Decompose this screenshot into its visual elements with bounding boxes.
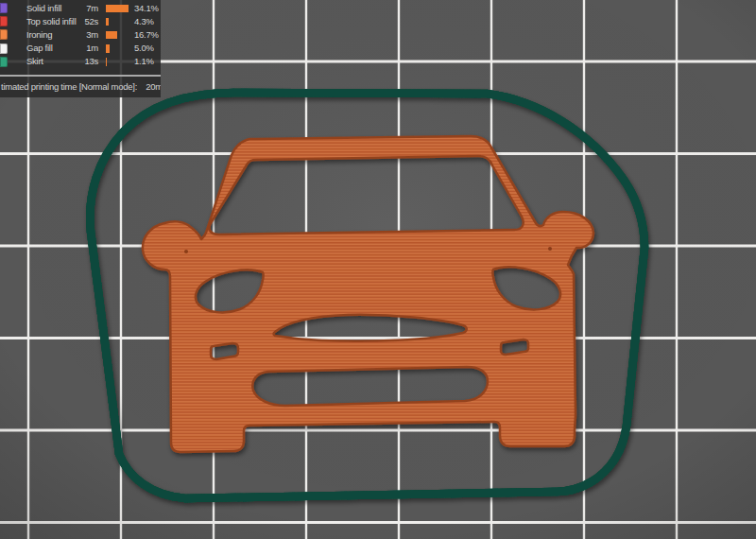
feature-time: 1m xyxy=(57,42,98,55)
feature-percent: 4.3% xyxy=(134,15,161,28)
legend-row[interactable]: Ironing3m16.7% xyxy=(0,28,161,42)
legend-panel: Solid infill7m34.1%Top solid infill52s4.… xyxy=(0,0,161,97)
legend-row[interactable]: Solid infill7m34.1% xyxy=(0,2,161,15)
feature-percent-bar xyxy=(106,18,109,26)
legend-feature-list: Solid infill7m34.1%Top solid infill52s4.… xyxy=(0,0,161,75)
feature-time: 7m xyxy=(57,2,98,15)
feature-percent: 16.7% xyxy=(134,28,161,42)
feature-percent-bar xyxy=(106,44,110,53)
feature-percent-bar xyxy=(106,58,107,66)
print-time-value: 20m xyxy=(146,81,161,92)
feature-label: Gap fill xyxy=(26,42,53,55)
ironing-color-swatch xyxy=(0,29,8,40)
feature-label: Skirt xyxy=(26,55,43,68)
slicer-preview-window: Solid infill7m34.1%Top solid infill52s4.… xyxy=(0,0,756,539)
feature-percent: 34.1% xyxy=(134,2,161,15)
feature-time: 3m xyxy=(57,28,98,42)
legend-row[interactable]: Gap fill1m5.0% xyxy=(0,42,161,55)
skirt-color-swatch xyxy=(0,57,8,67)
feature-percent: 1.1% xyxy=(134,55,161,68)
top-solid-infill-color-swatch xyxy=(0,16,8,26)
legend-row[interactable]: Skirt13s1.1% xyxy=(0,55,161,68)
gap-fill-color-swatch xyxy=(0,43,8,54)
feature-percent-bar xyxy=(106,5,129,13)
feature-time: 52s xyxy=(57,15,98,28)
legend-row[interactable]: Top solid infill52s4.3% xyxy=(0,15,161,28)
seam-dot-left xyxy=(184,250,188,253)
feature-label: Ironing xyxy=(26,28,52,42)
print-time-panel: timated printing time [Normal mode]: 20m xyxy=(0,77,161,97)
feature-percent: 5.0% xyxy=(134,42,161,55)
seam-dot-right xyxy=(548,247,552,251)
solid-infill-color-swatch xyxy=(0,3,8,13)
feature-percent-bar xyxy=(106,31,117,40)
print-time-label: timated printing time [Normal mode]: xyxy=(1,81,137,92)
feature-time: 13s xyxy=(57,55,98,68)
